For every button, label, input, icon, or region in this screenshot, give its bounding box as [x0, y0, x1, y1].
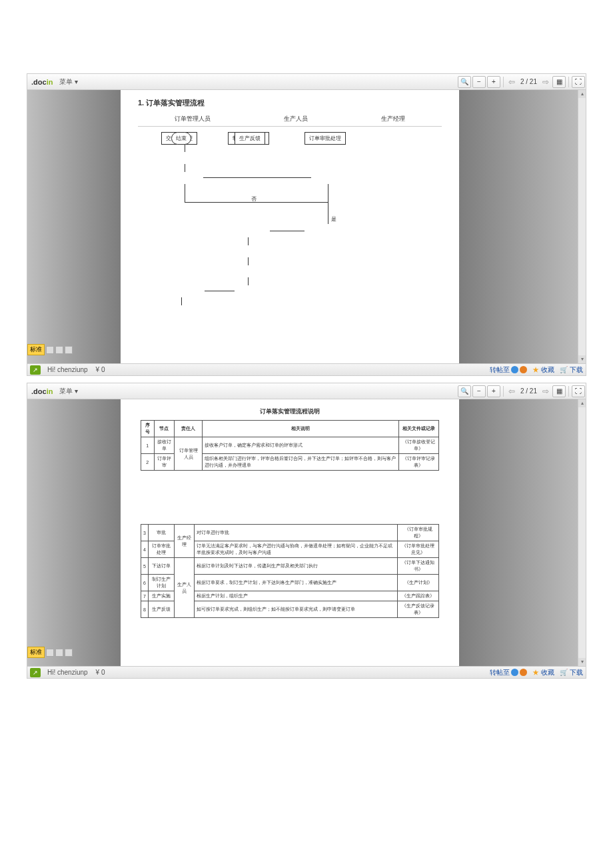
- annotation-toolbar[interactable]: 标准: [27, 647, 73, 658]
- left-gutter: 标准: [27, 90, 121, 363]
- label-no: 否: [251, 195, 257, 203]
- share-link[interactable]: 转帖至: [487, 365, 530, 375]
- node-end: 结束: [171, 132, 191, 145]
- label-yes: 是: [331, 215, 336, 223]
- process-table-1: 序号节点责任人相关说明相关文件或记录 1接收订单订单管理人员接收客户订单，确定客…: [141, 420, 439, 471]
- node-feedback: 生产反馈: [235, 132, 265, 145]
- next-page-button[interactable]: ⇨: [540, 77, 552, 87]
- process-table-2: 3审批生产经理对订单进行审批《订单审批规程》 4订单审批处理订单无法满足客户要求…: [141, 524, 439, 618]
- search-icon[interactable]: 🔍: [458, 76, 471, 88]
- page-indicator: 2 / 21: [518, 78, 540, 85]
- page-content: 订单落实管理流程说明 序号节点责任人相关说明相关文件或记录 1接收订单订单管理人…: [121, 399, 459, 666]
- download-button[interactable]: 🛒 下载: [557, 668, 586, 677]
- user-greeting: Hi! chenziunp: [43, 366, 92, 373]
- grid-view-button[interactable]: ▦: [552, 76, 566, 88]
- fullscreen-button[interactable]: ⛶: [572, 76, 585, 88]
- annotation-toolbar[interactable]: 标准: [27, 344, 73, 355]
- menu-dropdown[interactable]: 菜单 ▾: [57, 77, 81, 87]
- bottom-bar: ↗ Hi! chenziunp ¥ 0 转帖至 ★ 收藏 🛒 下载: [27, 666, 586, 678]
- right-gutter: ▴▾: [459, 399, 586, 666]
- fullscreen-button[interactable]: ⛶: [572, 385, 585, 397]
- node-approval-handle: 订单审批处理: [305, 132, 346, 145]
- viewer-content: 标准 1. 订单落实管理流程 订单管理人员生产人员生产经理 开始 订单接收 订单…: [27, 90, 586, 363]
- swimlane-headers: 订单管理人员生产人员生产经理: [138, 115, 442, 127]
- left-gutter: 标准: [27, 399, 121, 666]
- expand-button[interactable]: ↗: [30, 668, 41, 677]
- toolbar: .docin 菜单 ▾ 🔍 − + ⇦ 2 / 21 ⇨ ▦ ⛶: [27, 383, 586, 399]
- document-viewer-2: .docin 菜单 ▾ 🔍 − + ⇦ 2 / 21 ⇨ ▦ ⛶ 标准 订单落实…: [27, 383, 586, 679]
- viewer-content: 标准 订单落实管理流程说明 序号节点责任人相关说明相关文件或记录 1接收订单订单…: [27, 399, 586, 666]
- favorite-button[interactable]: ★ 收藏: [530, 668, 557, 677]
- download-button[interactable]: 🛒 下载: [557, 365, 586, 375]
- expand-button[interactable]: ↗: [30, 365, 41, 375]
- search-icon[interactable]: 🔍: [458, 385, 471, 397]
- right-gutter: ▴▾: [459, 90, 586, 363]
- next-page-button[interactable]: ⇨: [540, 387, 552, 396]
- favorite-button[interactable]: ★ 收藏: [530, 365, 557, 375]
- share-link[interactable]: 转帖至: [487, 668, 530, 677]
- user-greeting: Hi! chenziunp: [43, 669, 92, 676]
- document-viewer-1: .docin 菜单 ▾ 🔍 − + ⇦ 2 / 21 ⇨ ▦ ⛶ 标准 1. 订…: [27, 73, 586, 376]
- table-title: 订单落实管理流程说明: [141, 407, 439, 416]
- price-label: ¥ 0: [92, 366, 109, 373]
- scrollbar[interactable]: ▴▾: [578, 90, 586, 363]
- page-indicator: 2 / 21: [518, 387, 540, 395]
- prev-page-button[interactable]: ⇦: [506, 77, 518, 87]
- logo: .docin: [27, 78, 57, 86]
- zoom-in-button[interactable]: +: [487, 385, 500, 397]
- zoom-out-button[interactable]: −: [472, 385, 486, 397]
- prev-page-button[interactable]: ⇦: [506, 387, 518, 396]
- zoom-out-button[interactable]: −: [472, 76, 486, 88]
- grid-view-button[interactable]: ▦: [552, 385, 566, 397]
- flowchart-title: 1. 订单落实管理流程: [138, 98, 442, 108]
- price-label: ¥ 0: [92, 669, 109, 676]
- bottom-bar: ↗ Hi! chenziunp ¥ 0 转帖至 ★ 收藏 🛒 下载: [27, 363, 586, 375]
- zoom-in-button[interactable]: +: [487, 76, 500, 88]
- scrollbar[interactable]: ▴▾: [578, 399, 586, 666]
- logo: .docin: [27, 387, 57, 395]
- page-content: 1. 订单落实管理流程 订单管理人员生产人员生产经理 开始 订单接收 订单评审 …: [121, 90, 459, 363]
- menu-dropdown[interactable]: 菜单 ▾: [57, 387, 81, 396]
- toolbar: .docin 菜单 ▾ 🔍 − + ⇦ 2 / 21 ⇨ ▦ ⛶: [27, 74, 586, 90]
- flowchart: 开始 订单接收 订单评审 订单审批 是 否 下达订单 订单审批处理 制订生产计划…: [138, 132, 442, 332]
